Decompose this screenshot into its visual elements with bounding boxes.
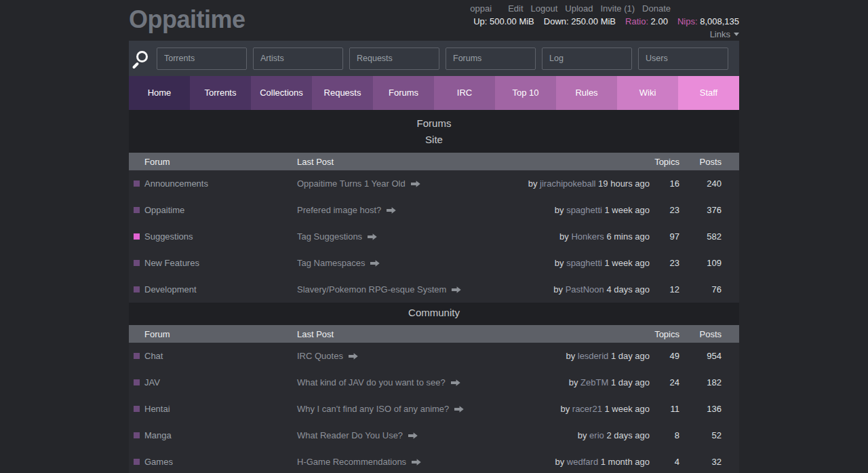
search-bar [129,41,739,76]
nav-item-irc[interactable]: IRC [434,76,495,110]
last-post-user-link[interactable]: ZebTM [580,377,608,387]
last-post-user-link[interactable]: PastNoon [566,284,604,295]
stat-nips: Nips: 8,008,135 [677,16,739,26]
forum-name-link[interactable]: Announcements [144,178,208,189]
jump-to-post-arrow-icon[interactable] [349,353,358,360]
column-header-last-post: Last Post [297,157,650,167]
last-post-user-link[interactable]: wedfard [567,457,598,467]
forum-name-link[interactable]: Development [144,284,197,295]
last-post-topic-link[interactable]: What Reader Do You Use? [297,430,403,440]
last-post-topic-link[interactable]: Tag Namespaces [297,258,365,268]
forum-name-link[interactable]: New Features [144,258,199,268]
stat-label: Ratio: [625,16,651,26]
jump-to-post-arrow-icon[interactable] [451,379,460,386]
byline-by-label: by [528,178,540,189]
search-input-torrents[interactable] [157,48,247,70]
last-post-topic-link[interactable]: H-Game Recommendations [297,457,406,467]
last-post-cell: Prefered image host?by spaghetti 1 week … [297,205,650,215]
jump-to-post-arrow-icon[interactable] [408,432,418,439]
nav-item-requests[interactable]: Requests [312,76,373,110]
jump-to-post-arrow-icon[interactable] [454,406,464,413]
search-input-artists[interactable] [253,48,343,70]
nav-item-rules[interactable]: Rules [556,76,617,110]
column-header-forum: Forum [129,157,297,167]
nav-item-collections[interactable]: Collections [251,76,312,110]
posts-count: 954 [679,351,722,361]
read-indicator-icon [134,260,140,266]
search-input-forums[interactable] [446,48,536,70]
last-post-topic-link[interactable]: Oppaitime Turns 1 Year Old [297,178,406,189]
nav-item-staff[interactable]: Staff [678,76,739,110]
last-post-user-link[interactable]: erio [589,430,604,440]
posts-count: 182 [679,377,722,387]
search-input-log[interactable] [542,48,632,70]
main-nav: HomeTorrentsCollectionsRequestsForumsIRC… [129,76,739,110]
user-menu-link-upload[interactable]: Upload [565,3,593,14]
last-post-topic-link[interactable]: Tag Suggestions [297,231,362,242]
jump-to-post-arrow-icon[interactable] [387,207,396,214]
forum-cell: Chat [129,351,297,361]
last-post-user-link[interactable]: Honkers [571,231,604,242]
user-menu-link-edit[interactable]: Edit [508,3,523,14]
forum-name-link[interactable]: Games [144,457,173,467]
table-header-row: ForumLast PostTopicsPosts [129,153,739,170]
forum-name-link[interactable]: JAV [144,377,160,387]
last-post-time: 6 mins ago [604,231,650,242]
username-link[interactable]: oppai [470,3,492,14]
links-dropdown[interactable]: Links [710,29,739,40]
nav-item-torrents[interactable]: Torrents [190,76,251,110]
last-post-time: 1 week ago [602,404,650,414]
jump-to-post-arrow-icon[interactable] [370,260,380,267]
forum-name-link[interactable]: Hentai [144,404,170,414]
last-post-topic-link[interactable]: Why I can't find any ISO of any anime? [297,404,449,414]
byline-by-label: by [555,457,567,467]
user-menu-link-donate[interactable]: Donate [642,3,671,14]
forum-section-site: SiteForumLast PostTopicsPostsAnnouncemen… [129,132,739,303]
jump-to-post-arrow-icon[interactable] [411,181,420,187]
read-indicator-icon [134,406,140,412]
last-post-user-link[interactable]: lesderid [578,351,609,361]
last-post-byline: by jirachipokeball 19 hours ago [528,178,650,189]
user-menu-link-logout[interactable]: Logout [531,3,558,14]
forum-row: DevelopmentSlavery/Pokemon RPG-esque Sys… [129,276,739,303]
last-post-time: 1 day ago [608,351,650,361]
nav-item-forums[interactable]: Forums [373,76,434,110]
section-heading: Site [129,132,739,153]
unread-indicator-icon [134,233,140,240]
site-logo[interactable]: Oppaitime [129,0,245,39]
read-indicator-icon [134,432,140,438]
topic-wrap: Tag Suggestions [297,231,377,242]
user-links: oppaiEditLogoutUploadInvite (1)Donate [470,3,739,15]
jump-to-post-arrow-icon[interactable] [452,286,461,293]
forum-cell: Hentai [129,404,297,414]
forum-name-link[interactable]: Suggestions [144,231,193,242]
forum-name-link[interactable]: Chat [144,351,163,361]
forum-name-link[interactable]: Manga [144,430,172,440]
nav-item-top-10[interactable]: Top 10 [495,76,556,110]
jump-to-post-arrow-icon[interactable] [368,233,377,240]
last-post-user-link[interactable]: racer21 [572,404,602,414]
last-post-user-link[interactable]: spaghetti [566,258,602,268]
posts-count: 376 [679,205,722,215]
last-post-user-link[interactable]: spaghetti [566,205,602,215]
page: Oppaitime oppaiEditLogoutUploadInvite (1… [129,0,739,473]
column-header-last-post: Last Post [297,329,650,339]
jump-to-post-arrow-icon[interactable] [412,459,421,466]
nav-item-home[interactable]: Home [129,76,190,110]
last-post-byline: by ZebTM 1 day ago [569,377,650,387]
nav-item-wiki[interactable]: Wiki [617,76,678,110]
column-header-topics: Topics [650,329,679,339]
search-input-requests[interactable] [349,48,439,70]
user-menu-link-invite-1-[interactable]: Invite (1) [601,3,635,14]
last-post-user-link[interactable]: jirachipokeball [540,178,595,189]
search-input-users[interactable] [638,48,728,70]
last-post-topic-link[interactable]: IRC Quotes [297,351,343,361]
last-post-topic-link[interactable]: Slavery/Pokemon RPG-esque System [297,284,446,295]
last-post-topic-link[interactable]: Prefered image host? [297,205,381,215]
links-dropdown-wrap: Links [470,28,739,40]
forum-name-link[interactable]: Oppaitime [144,205,184,215]
last-post-byline: by Honkers 6 mins ago [559,231,650,242]
last-post-topic-link[interactable]: What kind of JAV do you want to see? [297,377,446,387]
topics-count: 8 [650,430,679,440]
read-indicator-icon [134,286,140,292]
